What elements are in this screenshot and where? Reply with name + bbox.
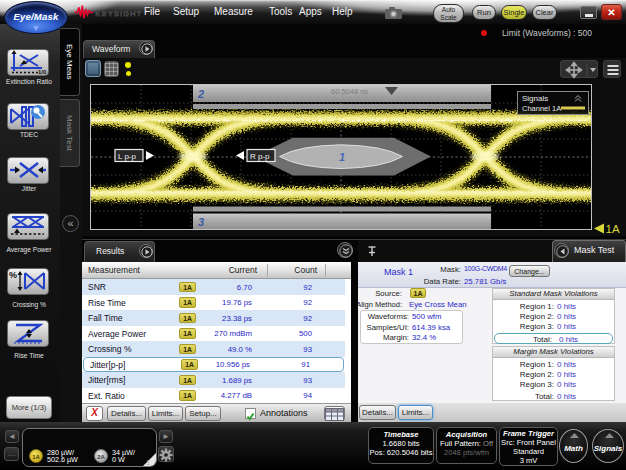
svg-text:3: 3 — [198, 216, 204, 228]
svg-text:Channel 1A: Channel 1A — [522, 104, 561, 113]
svg-text:1/0: 1/0 — [38, 69, 47, 75]
svg-text:%: % — [9, 270, 17, 280]
svg-text:L p-p: L p-p — [118, 152, 136, 161]
svg-text:R p-p: R p-p — [250, 152, 270, 161]
svg-text:Signals: Signals — [522, 94, 548, 103]
svg-text:1: 1 — [339, 151, 345, 163]
svg-text:1A: 1A — [606, 223, 620, 235]
svg-text:2: 2 — [197, 88, 204, 100]
svg-text:60.5048 ns: 60.5048 ns — [331, 87, 368, 96]
